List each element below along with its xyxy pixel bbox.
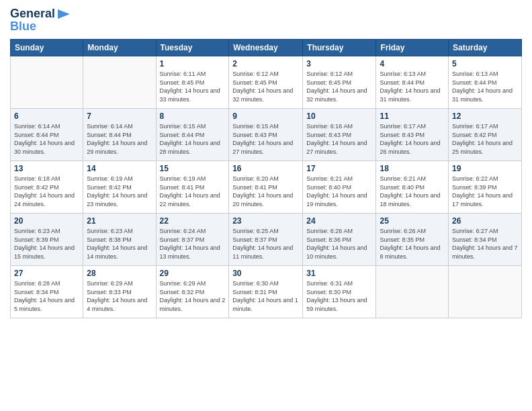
day-info: Sunrise: 6:29 AMSunset: 8:32 PMDaylight:… (160, 279, 226, 313)
day-number: 31 (306, 269, 372, 278)
day-number: 23 (232, 216, 299, 226)
day-info: Sunrise: 6:20 AMSunset: 8:41 PMDaylight:… (232, 175, 299, 208)
day-info: Sunrise: 6:24 AMSunset: 8:37 PMDaylight:… (160, 227, 226, 261)
logo-icon (56, 8, 71, 20)
day-info: Sunrise: 6:11 AMSunset: 8:45 PMDaylight:… (160, 70, 226, 103)
day-info: Sunrise: 6:21 AMSunset: 8:40 PMDaylight:… (306, 175, 372, 208)
day-info: Sunrise: 6:16 AMSunset: 8:43 PMDaylight:… (306, 122, 372, 156)
day-info: Sunrise: 6:31 AMSunset: 8:30 PMDaylight:… (306, 279, 372, 313)
day-info: Sunrise: 6:12 AMSunset: 8:45 PMDaylight:… (306, 70, 372, 103)
day-info: Sunrise: 6:19 AMSunset: 8:41 PMDaylight:… (160, 175, 226, 208)
calendar-cell: 24Sunrise: 6:26 AMSunset: 8:36 PMDayligh… (303, 214, 376, 266)
day-number: 17 (306, 164, 372, 173)
day-number: 16 (232, 164, 299, 173)
calendar-cell: 10Sunrise: 6:16 AMSunset: 8:43 PMDayligh… (303, 109, 376, 161)
calendar-header-wednesday: Wednesday (229, 40, 303, 56)
day-number: 8 (160, 111, 226, 121)
calendar-cell (11, 56, 83, 109)
calendar-cell: 31Sunrise: 6:31 AMSunset: 8:30 PMDayligh… (303, 266, 376, 318)
day-info: Sunrise: 6:23 AMSunset: 8:39 PMDaylight:… (14, 227, 79, 261)
day-number: 13 (14, 164, 79, 173)
calendar-table: SundayMondayTuesdayWednesdayThursdayFrid… (10, 39, 522, 318)
day-info: Sunrise: 6:19 AMSunset: 8:42 PMDaylight:… (87, 175, 152, 208)
day-number: 29 (160, 269, 226, 278)
day-info: Sunrise: 6:18 AMSunset: 8:42 PMDaylight:… (14, 175, 79, 208)
day-info: Sunrise: 6:26 AMSunset: 8:35 PMDaylight:… (380, 227, 445, 261)
day-number: 14 (87, 164, 152, 173)
calendar-header-sunday: Sunday (11, 40, 83, 56)
calendar-cell: 23Sunrise: 6:25 AMSunset: 8:37 PMDayligh… (229, 214, 303, 266)
calendar-cell: 8Sunrise: 6:15 AMSunset: 8:44 PMDaylight… (156, 109, 229, 161)
day-info: Sunrise: 6:23 AMSunset: 8:38 PMDaylight:… (87, 227, 152, 261)
day-number: 5 (452, 59, 518, 68)
calendar-cell: 11Sunrise: 6:17 AMSunset: 8:43 PMDayligh… (376, 109, 449, 161)
day-info: Sunrise: 6:22 AMSunset: 8:39 PMDaylight:… (452, 175, 518, 208)
day-info: Sunrise: 6:26 AMSunset: 8:36 PMDaylight:… (306, 227, 372, 261)
calendar-cell: 1Sunrise: 6:11 AMSunset: 8:45 PMDaylight… (156, 56, 229, 109)
calendar-cell: 15Sunrise: 6:19 AMSunset: 8:41 PMDayligh… (156, 161, 229, 214)
calendar-cell: 5Sunrise: 6:13 AMSunset: 8:44 PMDaylight… (449, 56, 522, 109)
header: General Blue (10, 7, 522, 34)
page: General Blue SundayMondayTuesdayWednesda… (0, 0, 532, 411)
day-number: 22 (160, 216, 226, 226)
calendar-cell: 19Sunrise: 6:22 AMSunset: 8:39 PMDayligh… (449, 161, 522, 214)
day-info: Sunrise: 6:15 AMSunset: 8:44 PMDaylight:… (160, 122, 226, 156)
logo: General Blue (10, 7, 71, 34)
day-number: 7 (87, 111, 152, 121)
calendar-cell: 29Sunrise: 6:29 AMSunset: 8:32 PMDayligh… (156, 266, 229, 318)
logo-blue: Blue (10, 19, 71, 34)
day-number: 3 (306, 59, 372, 68)
calendar-cell: 14Sunrise: 6:19 AMSunset: 8:42 PMDayligh… (83, 161, 156, 214)
day-info: Sunrise: 6:27 AMSunset: 8:34 PMDaylight:… (452, 227, 518, 261)
calendar-cell: 27Sunrise: 6:28 AMSunset: 8:34 PMDayligh… (11, 266, 83, 318)
day-info: Sunrise: 6:15 AMSunset: 8:43 PMDaylight:… (232, 122, 299, 156)
calendar-cell: 21Sunrise: 6:23 AMSunset: 8:38 PMDayligh… (83, 214, 156, 266)
logo-general: General (10, 7, 55, 21)
day-info: Sunrise: 6:17 AMSunset: 8:42 PMDaylight:… (452, 122, 518, 156)
day-number: 26 (452, 216, 518, 226)
day-number: 15 (160, 164, 226, 173)
calendar-cell: 7Sunrise: 6:14 AMSunset: 8:44 PMDaylight… (83, 109, 156, 161)
calendar-cell: 25Sunrise: 6:26 AMSunset: 8:35 PMDayligh… (376, 214, 449, 266)
calendar-cell: 20Sunrise: 6:23 AMSunset: 8:39 PMDayligh… (11, 214, 83, 266)
day-info: Sunrise: 6:14 AMSunset: 8:44 PMDaylight:… (87, 122, 152, 156)
day-info: Sunrise: 6:14 AMSunset: 8:44 PMDaylight:… (14, 122, 79, 156)
day-info: Sunrise: 6:25 AMSunset: 8:37 PMDaylight:… (232, 227, 299, 261)
calendar-cell: 12Sunrise: 6:17 AMSunset: 8:42 PMDayligh… (449, 109, 522, 161)
day-info: Sunrise: 6:13 AMSunset: 8:44 PMDaylight:… (452, 70, 518, 103)
calendar-header-friday: Friday (376, 40, 449, 56)
calendar-cell: 28Sunrise: 6:29 AMSunset: 8:33 PMDayligh… (83, 266, 156, 318)
calendar-cell: 13Sunrise: 6:18 AMSunset: 8:42 PMDayligh… (11, 161, 83, 214)
calendar-cell: 26Sunrise: 6:27 AMSunset: 8:34 PMDayligh… (449, 214, 522, 266)
calendar-cell: 16Sunrise: 6:20 AMSunset: 8:41 PMDayligh… (229, 161, 303, 214)
calendar-cell: 6Sunrise: 6:14 AMSunset: 8:44 PMDaylight… (11, 109, 83, 161)
calendar-cell: 30Sunrise: 6:30 AMSunset: 8:31 PMDayligh… (229, 266, 303, 318)
calendar-cell (449, 266, 522, 318)
calendar-cell: 17Sunrise: 6:21 AMSunset: 8:40 PMDayligh… (303, 161, 376, 214)
calendar-header-saturday: Saturday (449, 40, 522, 56)
day-number: 10 (306, 111, 372, 121)
day-info: Sunrise: 6:29 AMSunset: 8:33 PMDaylight:… (87, 279, 152, 313)
calendar-week-row: 20Sunrise: 6:23 AMSunset: 8:39 PMDayligh… (11, 214, 522, 266)
calendar-week-row: 6Sunrise: 6:14 AMSunset: 8:44 PMDaylight… (11, 109, 522, 161)
day-number: 11 (380, 111, 445, 121)
day-number: 21 (87, 216, 152, 226)
day-number: 18 (380, 164, 445, 173)
day-info: Sunrise: 6:12 AMSunset: 8:45 PMDaylight:… (232, 70, 299, 103)
day-number: 25 (380, 216, 445, 226)
svg-marker-0 (58, 9, 70, 19)
day-number: 12 (452, 111, 518, 121)
day-number: 1 (160, 59, 226, 68)
day-number: 24 (306, 216, 372, 226)
day-number: 2 (232, 59, 299, 68)
calendar-cell: 2Sunrise: 6:12 AMSunset: 8:45 PMDaylight… (229, 56, 303, 109)
calendar-week-row: 27Sunrise: 6:28 AMSunset: 8:34 PMDayligh… (11, 266, 522, 318)
day-info: Sunrise: 6:17 AMSunset: 8:43 PMDaylight:… (380, 122, 445, 156)
calendar-cell: 3Sunrise: 6:12 AMSunset: 8:45 PMDaylight… (303, 56, 376, 109)
day-number: 27 (14, 269, 79, 278)
calendar-header-monday: Monday (83, 40, 156, 56)
calendar-cell (83, 56, 156, 109)
calendar-header-row: SundayMondayTuesdayWednesdayThursdayFrid… (11, 40, 522, 56)
calendar-cell: 9Sunrise: 6:15 AMSunset: 8:43 PMDaylight… (229, 109, 303, 161)
day-number: 28 (87, 269, 152, 278)
